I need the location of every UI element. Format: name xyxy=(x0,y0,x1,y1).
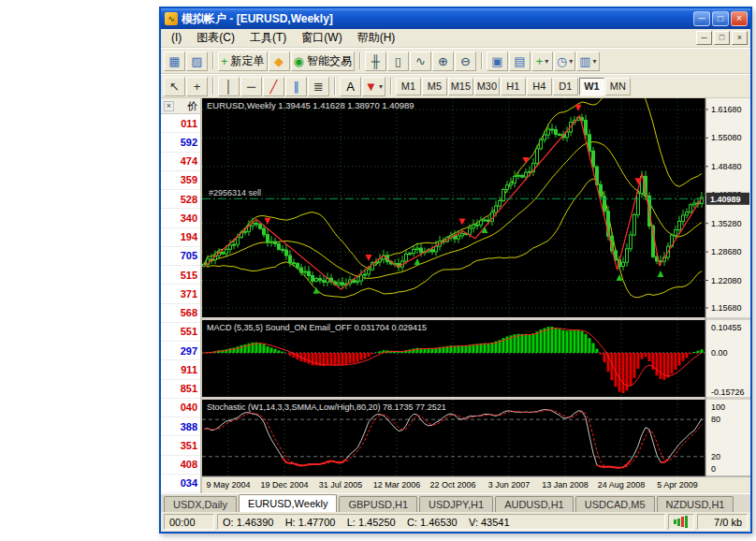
candlestick-chart-button[interactable]: ▯ xyxy=(387,51,409,71)
horizontal-line-button[interactable]: ─ xyxy=(240,77,262,96)
timeframe-h1[interactable]: H1 xyxy=(501,78,526,95)
mdi-close-button[interactable]: × xyxy=(732,31,748,45)
expert-advisors-button[interactable]: ◉智能交易 xyxy=(291,51,355,71)
tab-usdcad-m5[interactable]: USDCAD,M5 xyxy=(575,496,655,512)
new-order-button[interactable]: +新定单 xyxy=(218,51,268,71)
connection-status-icon xyxy=(668,514,694,530)
profiles-icon: ▨ xyxy=(191,55,202,67)
templates-button[interactable]: ▥▾ xyxy=(576,51,599,71)
date-axis-label: 19 Dec 2004 xyxy=(260,480,308,490)
fibonacci-button[interactable]: ≣ xyxy=(308,77,329,96)
tab-gbpusd-h1[interactable]: GBPUSD,H1 xyxy=(339,496,417,512)
menu-bar: (I)图表(C)工具(T)窗口(W)帮助(H) ─□× xyxy=(161,29,750,48)
stochastic-header: Stochastic (W1,14,3,3,SMMA,Low/High,80,2… xyxy=(207,402,446,412)
line-chart-button[interactable]: ∿ xyxy=(410,51,431,71)
profiles-button[interactable]: ▨ xyxy=(186,51,208,71)
title-bar[interactable]: ∿ 模拟帐户 - [EURUSD,Weekly] ─ □ × xyxy=(161,8,750,29)
market-watch-row[interactable]: 297 xyxy=(161,342,200,360)
market-watch-row[interactable]: 568 xyxy=(161,304,200,323)
market-watch-row[interactable]: 592 xyxy=(161,133,200,152)
timeframe-m1[interactable]: M1 xyxy=(396,78,421,95)
zoom-in-button[interactable]: ⊕ xyxy=(432,51,454,71)
market-watch-header: × 价 xyxy=(161,98,200,114)
menu-item-tools[interactable]: 工具(T) xyxy=(242,29,294,46)
menu-item-charts[interactable]: 图表(C) xyxy=(189,29,242,46)
market-watch-row[interactable]: 515 xyxy=(161,266,200,285)
market-watch-row[interactable]: 040 xyxy=(161,399,200,417)
close-button[interactable]: × xyxy=(731,11,748,26)
timeframe-m15[interactable]: M15 xyxy=(448,78,473,95)
chart-area[interactable]: #2956314 sellEURUSD,Weekly 1.39445 1.416… xyxy=(202,98,750,493)
periods-icon: ◷ xyxy=(557,55,567,67)
date-axis-label: 31 Jul 2005 xyxy=(319,480,363,490)
tab-usdx-daily[interactable]: USDX,Daily xyxy=(164,496,237,512)
market-watch-row[interactable]: 371 xyxy=(161,285,200,303)
text-label-button[interactable]: A xyxy=(340,77,361,96)
line-studies-toolbar: ↖+│─╱∥≣A▼▾M1M5M15M30H1H4D1W1MN xyxy=(161,74,750,98)
metaeditor-button[interactable]: ◆ xyxy=(269,51,290,71)
tab-audusd-h1[interactable]: AUDUSD,H1 xyxy=(495,496,574,512)
zoom-out-button[interactable]: ⊖ xyxy=(455,51,476,71)
market-watch-row[interactable]: 474 xyxy=(161,153,200,171)
timeframe-mn[interactable]: MN xyxy=(605,78,631,95)
indicators-button[interactable]: +▾ xyxy=(531,51,553,71)
price-axis-label: 1.48480 xyxy=(711,162,742,171)
market-watch-row[interactable]: 359 xyxy=(161,171,200,190)
timeframe-m30[interactable]: M30 xyxy=(474,78,500,95)
trendline-icon: ╱ xyxy=(270,80,278,93)
market-watch-row[interactable]: 340 xyxy=(161,209,200,227)
restore-button[interactable]: □ xyxy=(712,11,729,26)
market-watch-row[interactable]: 851 xyxy=(161,380,200,399)
stochastic-axis-label: 20 xyxy=(711,452,720,461)
crosshair-button[interactable]: + xyxy=(186,77,208,96)
workspace: × 价 011592474359528340194705515371568551… xyxy=(161,98,750,493)
market-watch-row[interactable]: 351 xyxy=(161,436,200,455)
zoom-out-icon: ⊖ xyxy=(460,55,471,67)
tab-nzdusd-h1[interactable]: NZDUSD,H1 xyxy=(657,496,734,512)
expert-advisors-icon: ◉ xyxy=(294,55,304,67)
periods-button[interactable]: ◷▾ xyxy=(554,51,575,71)
timeframe-m5[interactable]: M5 xyxy=(422,78,447,95)
text-label-icon: A xyxy=(346,80,355,93)
tab-eurusd-weekly[interactable]: EURUSD,Weekly xyxy=(239,494,337,512)
new-chart-icon: ▦ xyxy=(168,55,180,67)
timeframe-h4[interactable]: H4 xyxy=(527,78,552,95)
cascade-windows-button[interactable]: ▤ xyxy=(509,51,531,71)
market-watch-row[interactable]: 408 xyxy=(161,456,200,475)
market-watch-row[interactable]: 528 xyxy=(161,190,200,209)
date-axis-label: 22 Oct 2006 xyxy=(429,480,475,490)
market-watch-row[interactable]: 911 xyxy=(161,360,200,379)
market-watch-row[interactable]: 011 xyxy=(161,114,200,133)
channel-button[interactable]: ∥ xyxy=(285,77,307,96)
arrows-button[interactable]: ▼▾ xyxy=(362,77,385,96)
panel-divider[interactable] xyxy=(202,317,750,320)
market-watch-row[interactable]: 388 xyxy=(161,417,200,436)
menu-item-insert[interactable]: (I) xyxy=(164,29,189,46)
timeframe-d1[interactable]: D1 xyxy=(553,78,578,95)
tab-usdjpy-h1[interactable]: USDJPY,H1 xyxy=(419,496,493,512)
date-axis-label: 24 Aug 2008 xyxy=(598,480,646,490)
panel-divider[interactable] xyxy=(202,397,750,400)
market-watch-row[interactable]: 194 xyxy=(161,228,200,247)
mdi-minimize-button[interactable]: ─ xyxy=(696,31,712,45)
market-watch-row[interactable]: 705 xyxy=(161,247,200,266)
menu-item-help[interactable]: 帮助(H) xyxy=(350,29,403,46)
market-watch-row[interactable]: 034 xyxy=(161,475,200,493)
bar-chart-button[interactable]: ╫ xyxy=(365,51,386,71)
market-watch-close-icon[interactable]: × xyxy=(164,101,174,111)
macd-axis-label: 0.10455 xyxy=(711,323,742,332)
arrows-icon: ▼ xyxy=(365,80,377,93)
vertical-line-button[interactable]: │ xyxy=(218,77,240,96)
tile-windows-button[interactable]: ▣ xyxy=(487,51,508,71)
market-watch-row[interactable]: 551 xyxy=(161,323,200,342)
price-axis-label: 1.28680 xyxy=(711,247,742,256)
mdi-restore-button[interactable]: □ xyxy=(714,31,730,45)
minimize-button[interactable]: ─ xyxy=(693,11,710,26)
menu-item-window[interactable]: 窗口(W) xyxy=(294,29,349,46)
cursor-button[interactable]: ↖ xyxy=(164,77,185,96)
stochastic-axis-label: 0 xyxy=(711,464,716,474)
trendline-button[interactable]: ╱ xyxy=(263,77,284,96)
date-axis-label: 13 Jan 2008 xyxy=(542,480,589,490)
new-chart-button[interactable]: ▦ xyxy=(164,51,185,71)
timeframe-w1[interactable]: W1 xyxy=(579,78,604,95)
